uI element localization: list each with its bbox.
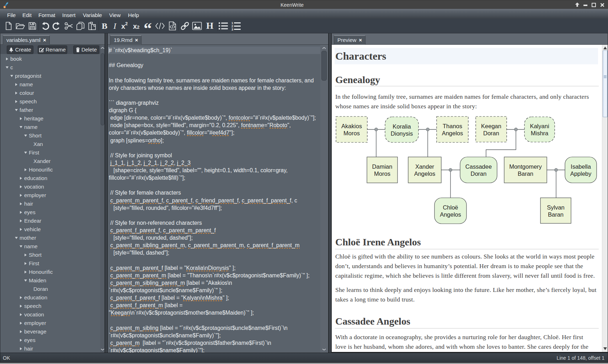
svg-text:Cassadee: Cassadee (465, 163, 492, 170)
svg-text:Montgomery: Montgomery (509, 163, 542, 170)
svg-text:Baran: Baran (548, 211, 564, 218)
svg-text:Thanos: Thanos (443, 123, 462, 129)
svg-text:Kalyani: Kalyani (530, 123, 549, 129)
svg-text:Chloë: Chloë (443, 204, 458, 211)
svg-text:Dionysis: Dionysis (391, 130, 413, 137)
svg-text:Doran: Doran (483, 130, 499, 136)
svg-text:Akakios: Akakios (341, 123, 362, 129)
svg-text:Appleby: Appleby (570, 170, 592, 177)
svg-text:“: “ (144, 22, 152, 30)
svg-text:Isabella: Isabella (571, 163, 591, 170)
svg-text:Xander: Xander (415, 163, 434, 170)
svg-text:Keegan: Keegan (481, 123, 501, 129)
svg-text:Baran: Baran (518, 170, 533, 177)
svg-text:Moros: Moros (343, 130, 360, 136)
svg-text:Doran: Doran (471, 170, 487, 177)
svg-text:3: 3 (231, 28, 233, 31)
svg-text:Angelos: Angelos (414, 170, 436, 177)
svg-text:Moros: Moros (374, 170, 390, 177)
svg-text:Koralia: Koralia (393, 123, 411, 130)
svg-text:Damian: Damian (372, 163, 393, 170)
svg-text:Angelos: Angelos (440, 211, 461, 218)
svg-text:Mishra: Mishra (531, 130, 549, 136)
svg-text:Sylvan: Sylvan (547, 204, 565, 211)
svg-text:Angelos: Angelos (442, 130, 463, 136)
